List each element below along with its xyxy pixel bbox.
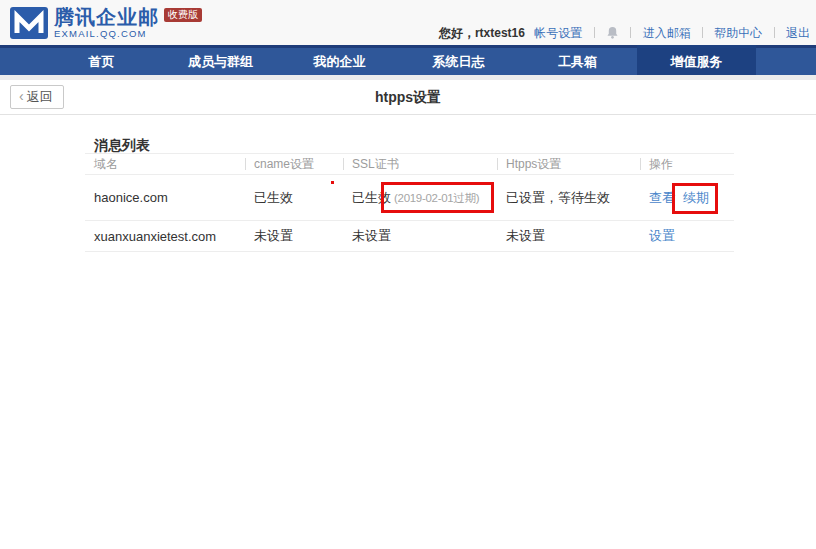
annotation-box-ssl-expiry [381,182,494,213]
paid-version-badge: 收费版 [164,8,202,22]
brand-domain: EXMAIL.QQ.COM [54,28,202,39]
account-settings-link[interactable]: 帐号设置 [534,26,582,40]
enter-mailbox-link[interactable]: 进入邮箱 [643,26,691,40]
cell-actions: 设置 [640,221,734,252]
help-center-link[interactable]: 帮助中心 [714,26,762,40]
cell-https-status: 已设置，等待生效 [497,175,640,221]
nav-item-value-added-services[interactable]: 增值服务 [637,45,756,75]
header-https-label: Htpps设置 [506,157,561,171]
cell-domain: haonice.com [85,175,245,221]
subheader: ‹返回 htpps设置 [0,75,816,115]
setup-link[interactable]: 设置 [649,228,675,243]
header-divider [497,158,498,170]
bell-icon[interactable] [606,26,619,39]
header-ssl: SSL证书 [343,154,497,175]
cell-cname-status: 未设置 [245,221,343,252]
nav-item-system-logs[interactable]: 系统日志 [399,45,518,75]
cell-domain: xuanxuanxietest.com [85,221,245,252]
header-https: Htpps设置 [497,154,640,175]
logout-link[interactable]: 退出 [786,26,810,40]
exmail-logo-icon [10,7,48,39]
cell-cname-status: 已生效 [245,175,343,221]
topbar: 腾讯企业邮 收费版 EXMAIL.QQ.COM 您好，rtxtest16 帐号设… [0,0,816,45]
divider [594,27,595,38]
table-header-row: 域名 cname设置 SSL证书 Htpps设置 操作 [85,154,734,175]
header-actions: 操作 [640,154,734,175]
nav-item-home[interactable]: 首页 [42,45,161,75]
divider [774,27,775,38]
nav-item-toolbox[interactable]: 工具箱 [518,45,637,75]
greeting: 您好，rtxtest16 [439,26,525,40]
cell-https-status: 未设置 [497,221,640,252]
cell-ssl-status: 未设置 [343,221,497,252]
divider [702,27,703,38]
annotation-dot [331,181,334,184]
annotation-box-renew [672,183,718,214]
divider [630,27,631,38]
page: 腾讯企业邮 收费版 EXMAIL.QQ.COM 您好，rtxtest16 帐号设… [0,0,816,549]
main-nav: 首页 成员与群组 我的企业 系统日志 工具箱 增值服务 [0,45,816,75]
header-actions-label: 操作 [649,157,673,171]
content: 消息列表 域名 cname设置 SSL证书 Htpps设置 操作 haonice… [0,115,816,548]
page-title: htpps设置 [0,80,816,114]
header-divider [640,158,641,170]
header-cname: cname设置 [245,154,343,175]
table-row: xuanxuanxietest.com 未设置 未设置 未设置 设置 [85,221,734,252]
header-cname-label: cname设置 [254,157,314,171]
nav-item-members-groups[interactable]: 成员与群组 [161,45,280,75]
user-links: 您好，rtxtest16 帐号设置 进入邮箱 帮助中心 退出 [439,25,810,42]
header-divider [343,158,344,170]
logo-text: 腾讯企业邮 收费版 EXMAIL.QQ.COM [54,7,202,39]
logo[interactable]: 腾讯企业邮 收费版 EXMAIL.QQ.COM [10,7,202,39]
header-domain: 域名 [85,154,245,175]
header-divider [245,158,246,170]
brand-name: 腾讯企业邮 [54,7,159,27]
nav-item-my-enterprise[interactable]: 我的企业 [280,45,399,75]
header-ssl-label: SSL证书 [352,157,399,171]
